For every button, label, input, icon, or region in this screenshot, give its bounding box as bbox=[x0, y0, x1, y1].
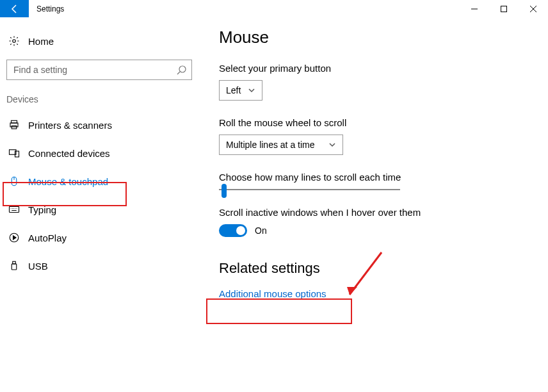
toggle-knob bbox=[236, 226, 245, 235]
nav-label: Printers & scanners bbox=[28, 120, 112, 131]
primary-button-value: Left bbox=[226, 85, 241, 95]
search-field[interactable] bbox=[6, 60, 192, 80]
nav-label: Mouse & touchpad bbox=[28, 176, 108, 187]
autoplay-icon bbox=[8, 232, 20, 243]
primary-button-select[interactable]: Left bbox=[219, 80, 262, 101]
nav-label: Connected devices bbox=[28, 148, 110, 159]
svg-rect-0 bbox=[501, 6, 507, 12]
inactive-windows-field: Scroll inactive windows when I hover ove… bbox=[219, 207, 548, 237]
nav-label: USB bbox=[28, 261, 48, 272]
keyboard-icon bbox=[8, 204, 20, 215]
wheel-scroll-value: Multiple lines at a time bbox=[226, 140, 322, 150]
main-panel: Mouse Select your primary button Left Ro… bbox=[198, 17, 548, 392]
title-bar: Settings bbox=[0, 0, 548, 17]
lines-label: Choose how many lines to scroll each tim… bbox=[219, 172, 548, 183]
nav-typing[interactable]: Typing bbox=[0, 195, 198, 224]
svg-rect-5 bbox=[12, 126, 17, 129]
window-title: Settings bbox=[29, 0, 64, 17]
related-heading: Related settings bbox=[219, 260, 548, 277]
svg-rect-9 bbox=[10, 207, 19, 213]
svg-rect-12 bbox=[12, 264, 17, 270]
search-input[interactable] bbox=[6, 60, 192, 80]
home-nav[interactable]: Home bbox=[0, 31, 198, 51]
close-button[interactable] bbox=[519, 0, 548, 17]
page-title: Mouse bbox=[219, 28, 548, 47]
search-icon bbox=[177, 65, 187, 75]
svg-point-2 bbox=[179, 66, 186, 72]
usb-icon bbox=[8, 260, 20, 272]
lines-field: Choose how many lines to scroll each tim… bbox=[219, 172, 548, 190]
nav-label: Typing bbox=[28, 204, 56, 215]
wheel-scroll-select[interactable]: Multiple lines at a time bbox=[219, 135, 343, 155]
wheel-scroll-field: Roll the mouse wheel to scroll Multiple … bbox=[219, 117, 548, 155]
primary-button-field: Select your primary button Left bbox=[219, 63, 548, 101]
chevron-down-icon bbox=[248, 86, 255, 94]
nav-printers[interactable]: Printers & scanners bbox=[0, 111, 198, 139]
nav-label: AutoPlay bbox=[28, 233, 67, 243]
minimize-button[interactable] bbox=[460, 0, 489, 17]
chevron-down-icon bbox=[328, 141, 336, 149]
wheel-scroll-label: Roll the mouse wheel to scroll bbox=[219, 117, 548, 128]
maximize-button[interactable] bbox=[489, 0, 519, 17]
primary-button-label: Select your primary button bbox=[219, 63, 548, 74]
svg-rect-7 bbox=[15, 151, 19, 157]
lines-slider[interactable] bbox=[219, 189, 400, 190]
devices-icon bbox=[8, 147, 20, 159]
home-label: Home bbox=[28, 36, 54, 47]
mouse-icon bbox=[8, 176, 20, 187]
inactive-windows-value: On bbox=[255, 225, 267, 236]
nav-usb[interactable]: USB bbox=[0, 252, 198, 280]
slider-thumb[interactable] bbox=[222, 184, 227, 198]
sidebar: Home Devices Printers & scanners C bbox=[0, 17, 198, 392]
nav-autoplay[interactable]: AutoPlay bbox=[0, 224, 198, 252]
section-label: Devices bbox=[0, 80, 198, 111]
nav-connected-devices[interactable]: Connected devices bbox=[0, 139, 198, 167]
additional-mouse-options-link[interactable]: Additional mouse options bbox=[219, 288, 548, 299]
gear-icon bbox=[8, 35, 20, 47]
inactive-windows-toggle[interactable] bbox=[219, 224, 247, 237]
svg-point-1 bbox=[13, 40, 16, 43]
inactive-windows-label: Scroll inactive windows when I hover ove… bbox=[219, 207, 548, 218]
back-button[interactable] bbox=[0, 0, 29, 17]
window-controls bbox=[460, 0, 548, 17]
printer-icon bbox=[8, 119, 20, 131]
nav-mouse-touchpad[interactable]: Mouse & touchpad bbox=[0, 167, 198, 195]
